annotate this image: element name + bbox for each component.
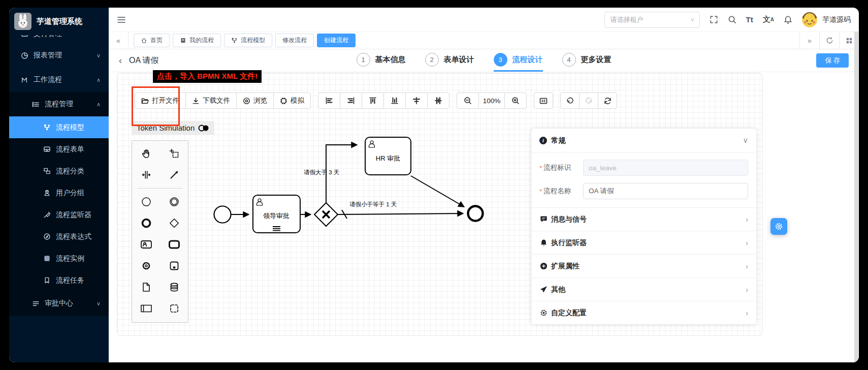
search-icon[interactable] [728, 15, 736, 24]
username-label[interactable]: 芋道源码 [822, 15, 851, 24]
user-avatar[interactable] [802, 12, 817, 27]
panel-section-extended-attrs[interactable]: 扩展属性 › [531, 254, 756, 278]
sidebar-item-workflow[interactable]: 工作流程 ∧ [9, 68, 109, 92]
download-file-button[interactable]: 下载文件 [185, 92, 237, 109]
sidebar-item-user-group[interactable]: 用户分组 [9, 182, 109, 204]
tab-home[interactable]: 首页 [134, 34, 170, 47]
sidebar-item-process-form[interactable]: 流程表单 [9, 138, 109, 160]
panel-section-custom-config[interactable]: 自定义配置 › [531, 301, 756, 324]
bpmn-flow-gateway-end [338, 213, 463, 214]
sidebar-item-process-expression[interactable]: 流程表达式 [9, 226, 109, 248]
preview-button[interactable]: 浏览 [236, 92, 274, 109]
palette-separator [137, 188, 183, 189]
gear-icon [775, 222, 783, 231]
sidebar-item-process-listener[interactable]: 流程监听器 [9, 204, 109, 226]
tab-refresh-icon[interactable] [819, 32, 839, 49]
simulate-button[interactable]: 模拟 [273, 92, 311, 109]
bpmn-diagram[interactable]: 领导审批 请假大于 3 天 HR 审批 [194, 124, 590, 266]
subprocess-tool-icon[interactable] [160, 234, 188, 255]
settings-fab-button[interactable] [770, 218, 787, 235]
category-icon [43, 167, 51, 175]
user-task-tool-icon[interactable] [132, 234, 160, 255]
panel-section-general[interactable]: i 常规 ∨ [531, 129, 756, 152]
align-center-vertical-button[interactable] [427, 92, 449, 109]
step-basic-info[interactable]: 1 基本信息 [357, 49, 406, 72]
align-bottom-button[interactable] [383, 92, 406, 109]
process-name-input[interactable] [583, 183, 748, 199]
tabs-scroll-right-icon[interactable]: » [799, 32, 819, 49]
hamburger-menu-icon[interactable] [117, 16, 126, 24]
save-button[interactable]: 保 存 [816, 53, 849, 68]
end-event-tool-icon[interactable] [132, 212, 160, 234]
step-form-design[interactable]: 2 表单设计 [425, 49, 474, 72]
step-more-settings[interactable]: 4 更多设置 [562, 49, 612, 72]
pie-chart-icon [20, 51, 28, 59]
zoom-reset-button[interactable] [534, 92, 553, 109]
tenant-select[interactable]: ∨ [604, 12, 700, 28]
eye-icon [243, 97, 250, 105]
translate-icon[interactable]: 文A [763, 15, 774, 24]
properties-panel: i 常规 ∨ *流程标识 *流程名称 消息与信号 [531, 129, 756, 324]
gateway-tool-icon[interactable] [160, 212, 188, 234]
sidebar-item-approval-center[interactable]: 审批中心 ∨ [9, 291, 109, 316]
undo-button[interactable] [560, 92, 580, 109]
tab-list: 首页 我的流程 流程模型 修改流程 创建流程 [128, 34, 799, 47]
connection-tool-icon[interactable] [160, 164, 188, 186]
lasso-tool-icon[interactable] [160, 143, 188, 164]
zoom-in-button[interactable] [504, 92, 527, 109]
redo-button[interactable] [579, 92, 598, 109]
tab-create-process[interactable]: 创建流程 [317, 34, 356, 47]
sidebar-item-process-model[interactable]: 流程模型 [9, 116, 109, 138]
space-tool-icon[interactable] [132, 164, 160, 186]
restart-button[interactable] [598, 92, 617, 109]
fullscreen-icon[interactable] [710, 15, 718, 24]
vertical-scrollbar[interactable] [854, 32, 858, 362]
step-process-design[interactable]: 3 流程设计 [494, 49, 543, 72]
align-right-button[interactable] [340, 92, 362, 109]
sidebar-item-process-instance[interactable]: 流程实例 [9, 248, 109, 269]
bpmn-flow-le-label: 请假小于等于 1 天 [349, 201, 397, 207]
service-task-tool-icon[interactable] [132, 255, 160, 276]
tabs-scroll-left-icon[interactable]: « [109, 32, 128, 49]
tenant-select-input[interactable] [609, 15, 691, 24]
panel-general-fields: *流程标识 *流程名称 [531, 160, 756, 207]
megaphone-icon [43, 211, 51, 219]
align-left-button[interactable] [318, 92, 340, 109]
redo-icon [585, 97, 593, 105]
bell-icon[interactable] [784, 15, 792, 24]
tab-my-process[interactable]: 我的流程 [173, 34, 221, 47]
sidebar-item-process-category[interactable]: 流程分类 [9, 160, 109, 182]
sidebar-item-report[interactable]: 报表管理 ∨ [9, 43, 109, 68]
message-bubble-icon [539, 215, 548, 224]
group-tool-icon[interactable] [160, 298, 188, 319]
app-logo[interactable]: 芋道管理系统 [9, 8, 109, 35]
content-area: 点击，导入 BPMN XML 文件! 打开文件 下载文件 [109, 72, 859, 362]
sidebar-item-process-task[interactable]: 流程任务 [9, 269, 109, 291]
zoom-out-button[interactable] [457, 92, 479, 109]
info-icon: i [539, 137, 547, 144]
hand-tool-icon[interactable] [132, 143, 160, 164]
sidebar-item-process-management[interactable]: 流程管理 ∧ [9, 92, 109, 116]
call-activity-tool-icon[interactable] [160, 255, 188, 276]
zoom-reset-group [534, 92, 553, 109]
zoom-level-button[interactable]: 100% [478, 92, 505, 109]
align-center-horizontal-icon [412, 97, 421, 105]
align-button-group [318, 92, 449, 109]
align-center-horizontal-button[interactable] [405, 92, 428, 109]
pool-tool-icon[interactable] [132, 298, 160, 319]
tab-process-model[interactable]: 流程模型 [224, 34, 272, 47]
panel-section-other[interactable]: 其他 › [531, 278, 756, 301]
font-size-icon[interactable]: Tt [746, 15, 753, 24]
panel-section-message-signal[interactable]: 消息与信号 › [531, 207, 756, 231]
drawer-icon [43, 145, 51, 153]
tab-edit-process[interactable]: 修改流程 [275, 34, 314, 47]
align-top-button[interactable] [362, 92, 384, 109]
data-object-tool-icon[interactable] [132, 276, 160, 298]
intermediate-event-tool-icon[interactable] [160, 191, 188, 212]
data-store-tool-icon[interactable] [160, 276, 188, 298]
back-icon[interactable]: ‹ [119, 55, 122, 66]
start-event-tool-icon[interactable] [132, 191, 160, 212]
bpmn-task1-label: 领导审批 [263, 212, 290, 220]
sidebar-item-payment[interactable]: 支付管理 [9, 35, 109, 43]
panel-section-execution-listener[interactable]: 执行监听器 › [531, 231, 756, 254]
